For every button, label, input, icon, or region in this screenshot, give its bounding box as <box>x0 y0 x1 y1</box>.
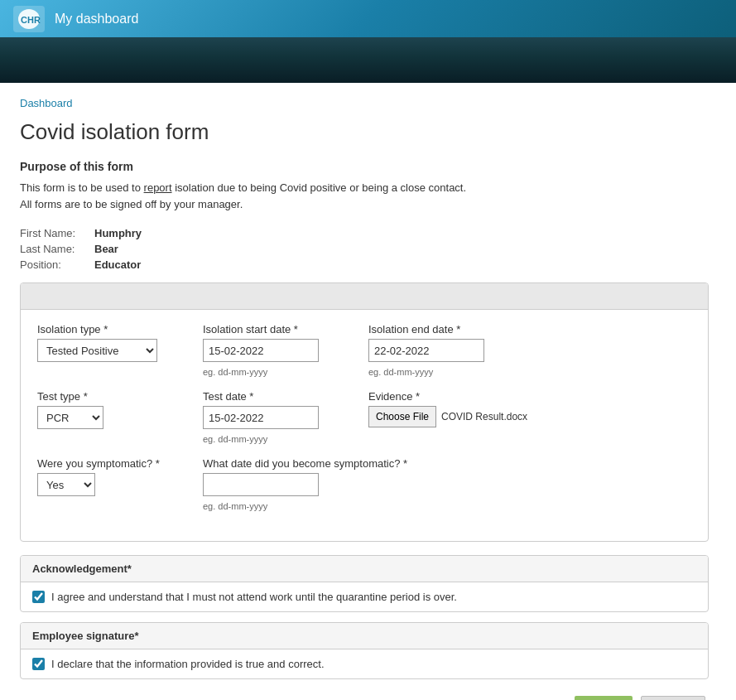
isolation-start-date-input[interactable] <box>203 339 319 362</box>
user-position-row: Position: Educator <box>20 258 709 271</box>
purpose-heading: Purpose of this form <box>20 160 709 173</box>
symptomatic-date-hint: eg. dd-mm-yyyy <box>203 501 407 511</box>
evidence-label: Evidence * <box>368 390 534 403</box>
isolation-form: Isolation type * Tested Positive Close C… <box>20 282 709 542</box>
acknowledgement-heading: Acknowledgement* <box>21 556 708 582</box>
acknowledgement-body: I agree and understand that I must not a… <box>21 582 708 611</box>
user-firstname-row: First Name: Humphry <box>20 227 709 239</box>
isolation-end-date-hint: eg. dd-mm-yyyy <box>368 367 517 377</box>
symptomatic-label: Were you symptomatic? * <box>37 457 186 470</box>
firstname-label: First Name: <box>20 227 94 239</box>
test-date-label: Test date * <box>203 390 352 403</box>
cancel-button[interactable]: Cancel <box>641 696 705 700</box>
user-info: First Name: Humphry Last Name: Bear Posi… <box>20 227 709 271</box>
symptomatic-select[interactable]: Yes No <box>37 473 95 496</box>
signature-checkbox[interactable] <box>32 658 45 670</box>
signature-body: I declare that the information provided … <box>21 649 708 678</box>
form-header-bar <box>21 283 708 310</box>
form-row-3: Were you symptomatic? * Yes No What date… <box>37 457 691 511</box>
isolation-start-date-group: Isolation start date * eg. dd-mm-yyyy <box>203 323 352 377</box>
choose-file-button[interactable]: Choose File <box>368 406 436 427</box>
symptomatic-date-label: What date did you become symptomatic? * <box>203 457 407 470</box>
file-name: COVID Result.docx <box>441 411 527 422</box>
purpose-text: This form is to be used to report isolat… <box>20 180 709 212</box>
acknowledgement-checkbox[interactable] <box>32 591 45 603</box>
test-type-group: Test type * PCR RAT Other <box>37 390 186 429</box>
isolation-type-group: Isolation type * Tested Positive Close C… <box>37 323 186 362</box>
dashboard-link[interactable]: Dashboard <box>20 97 73 109</box>
action-buttons: Save Cancel <box>20 696 709 700</box>
purpose-line1-before: This form is to be used to <box>20 181 144 194</box>
isolation-start-date-label: Isolation start date * <box>203 323 352 336</box>
symptomatic-date-group: What date did you become symptomatic? * … <box>203 457 407 511</box>
signature-text: I declare that the information provided … <box>51 658 325 670</box>
banner-image <box>0 37 736 83</box>
firstname-value: Humphry <box>94 227 142 239</box>
header-title: My dashboard <box>55 12 138 27</box>
main-content: Dashboard Covid isolation form Purpose o… <box>0 83 729 700</box>
test-type-label: Test type * <box>37 390 186 403</box>
isolation-type-select[interactable]: Tested Positive Close Contact Other <box>37 339 157 362</box>
report-link[interactable]: report <box>144 181 172 194</box>
symptomatic-date-input[interactable] <box>203 473 319 496</box>
symptomatic-group: Were you symptomatic? * Yes No <box>37 457 186 496</box>
app-header: CHR My dashboard <box>0 0 736 37</box>
position-value: Educator <box>94 258 141 271</box>
test-date-group: Test date * eg. dd-mm-yyyy <box>203 390 352 444</box>
isolation-start-date-hint: eg. dd-mm-yyyy <box>203 367 352 377</box>
isolation-end-date-group: Isolation end date * eg. dd-mm-yyyy <box>368 323 517 377</box>
acknowledgement-text: I agree and understand that I must not a… <box>51 591 457 603</box>
test-date-input[interactable] <box>203 406 319 429</box>
signature-heading: Employee signature* <box>21 623 708 649</box>
purpose-line2: All forms are to be signed off by your m… <box>20 198 243 210</box>
save-button[interactable]: Save <box>575 696 633 700</box>
user-lastname-row: Last Name: Bear <box>20 243 709 255</box>
app-logo: CHR <box>13 6 45 32</box>
purpose-line1-after: isolation due to being Covid positive or… <box>172 181 467 194</box>
signature-section: Employee signature* I declare that the i… <box>20 622 709 679</box>
lastname-label: Last Name: <box>20 243 94 255</box>
file-upload-group: Choose File COVID Result.docx <box>368 406 534 427</box>
purpose-section: Purpose of this form This form is to be … <box>20 160 709 212</box>
breadcrumb: Dashboard <box>20 96 709 109</box>
isolation-type-label: Isolation type * <box>37 323 186 336</box>
position-label: Position: <box>20 258 94 271</box>
test-type-select[interactable]: PCR RAT Other <box>37 406 103 429</box>
form-fields: Isolation type * Tested Positive Close C… <box>21 310 708 541</box>
acknowledgement-section: Acknowledgement* I agree and understand … <box>20 555 709 612</box>
isolation-end-date-input[interactable] <box>368 339 484 362</box>
lastname-value: Bear <box>94 243 118 255</box>
svg-text:CHR: CHR <box>21 15 41 25</box>
test-date-hint: eg. dd-mm-yyyy <box>203 434 352 444</box>
isolation-end-date-label: Isolation end date * <box>368 323 517 336</box>
form-row-2: Test type * PCR RAT Other Test date * eg… <box>37 390 691 444</box>
evidence-group: Evidence * Choose File COVID Result.docx <box>368 390 534 427</box>
page-title: Covid isolation form <box>20 119 709 145</box>
form-row-1: Isolation type * Tested Positive Close C… <box>37 323 691 377</box>
